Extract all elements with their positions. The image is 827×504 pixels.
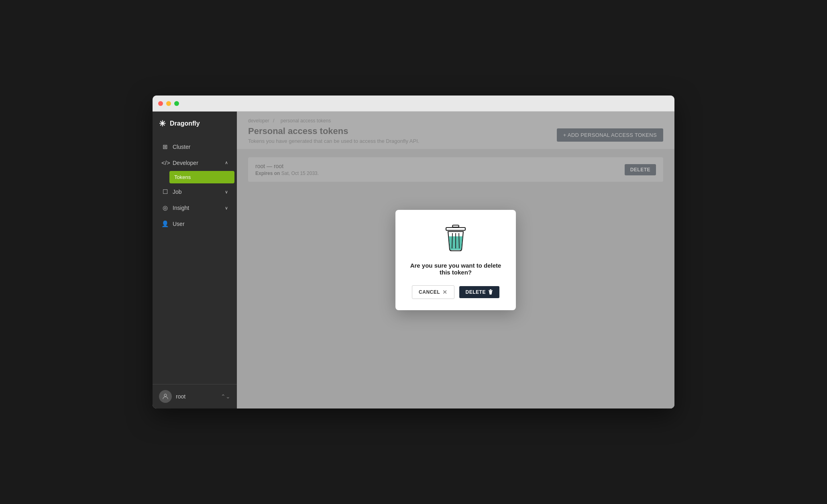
close-button[interactable] xyxy=(158,101,163,106)
insight-icon: ◎ xyxy=(161,204,169,211)
sidebar-footer: root ⌃⌄ xyxy=(153,384,237,408)
cancel-x-icon: ✕ xyxy=(442,289,448,295)
brand: ✳ Dragonfly xyxy=(153,112,237,136)
sidebar-item-insight-left: ◎ Insight xyxy=(161,204,189,211)
delete-confirm-button[interactable]: DELETE xyxy=(459,286,499,298)
sidebar-group-developer: </> Developer ∧ Tokens xyxy=(153,155,237,184)
main-area: developer / personal access tokens Perso… xyxy=(237,112,674,408)
cluster-icon: ⊞ xyxy=(161,143,169,150)
user-icon: 👤 xyxy=(161,220,169,228)
sidebar-item-insight[interactable]: ◎ Insight ∨ xyxy=(155,200,234,215)
titlebar xyxy=(153,96,674,112)
delete-confirm-label: DELETE xyxy=(466,289,486,295)
modal-question: Are you sure you want to delete this tok… xyxy=(408,262,503,276)
minimize-button[interactable] xyxy=(166,101,171,106)
app-layout: ✳ Dragonfly ⊞ Cluster </> Developer xyxy=(153,112,674,408)
sidebar-item-insight-label: Insight xyxy=(173,205,189,211)
footer-username: root xyxy=(176,393,217,400)
modal-buttons: CANCEL ✕ DELETE xyxy=(412,285,499,299)
cancel-label: CANCEL xyxy=(419,289,440,295)
maximize-button[interactable] xyxy=(174,101,179,106)
brand-icon: ✳ xyxy=(159,119,166,128)
modal-overlay: Are you sure you want to delete this tok… xyxy=(237,112,674,408)
sidebar-item-job-label: Job xyxy=(173,189,182,195)
sidebar-item-developer-label: Developer xyxy=(173,160,198,166)
cancel-button[interactable]: CANCEL ✕ xyxy=(412,285,454,299)
sidebar-sub-developer: Tokens xyxy=(153,171,237,184)
sidebar-item-cluster[interactable]: ⊞ Cluster xyxy=(155,139,234,154)
brand-name: Dragonfly xyxy=(170,120,200,127)
sidebar-item-job-left: ☐ Job xyxy=(161,188,182,195)
sidebar-item-tokens[interactable]: Tokens xyxy=(169,171,234,183)
chevron-down-icon: ∨ xyxy=(225,189,228,195)
developer-icon: </> xyxy=(161,159,169,166)
avatar xyxy=(159,390,172,403)
svg-line-5 xyxy=(459,233,459,248)
sidebar: ✳ Dragonfly ⊞ Cluster </> Developer xyxy=(153,112,237,408)
svg-rect-7 xyxy=(490,289,491,290)
app-window: ✳ Dragonfly ⊞ Cluster </> Developer xyxy=(153,96,674,408)
svg-rect-2 xyxy=(446,228,465,230)
sidebar-item-developer-left: </> Developer xyxy=(161,159,198,166)
sidebar-item-user[interactable]: 👤 User xyxy=(155,216,234,232)
sidebar-item-tokens-label: Tokens xyxy=(174,174,191,180)
sidebar-item-developer[interactable]: </> Developer ∧ xyxy=(155,155,234,170)
job-icon: ☐ xyxy=(161,188,169,195)
confirm-modal: Are you sure you want to delete this tok… xyxy=(395,210,516,310)
sidebar-nav: ⊞ Cluster </> Developer ∧ Tokens xyxy=(153,136,237,384)
sidebar-item-user-label: User xyxy=(173,221,185,227)
svg-point-0 xyxy=(164,394,167,396)
sidebar-group-job: ☐ Job ∨ xyxy=(153,184,237,200)
svg-rect-6 xyxy=(489,290,493,291)
sidebar-item-job[interactable]: ☐ Job ∨ xyxy=(155,184,234,199)
sidebar-item-cluster-label: Cluster xyxy=(173,144,190,150)
trash-icon xyxy=(443,224,468,254)
sidebar-group-insight: ◎ Insight ∨ xyxy=(153,200,237,216)
svg-line-4 xyxy=(452,233,452,248)
chevron-down-icon-insight: ∨ xyxy=(225,205,228,211)
svg-rect-1 xyxy=(452,225,459,227)
delete-trash-icon xyxy=(488,289,493,295)
chevron-up-icon: ∧ xyxy=(225,160,228,165)
footer-arrows-icon: ⌃⌄ xyxy=(221,393,230,400)
